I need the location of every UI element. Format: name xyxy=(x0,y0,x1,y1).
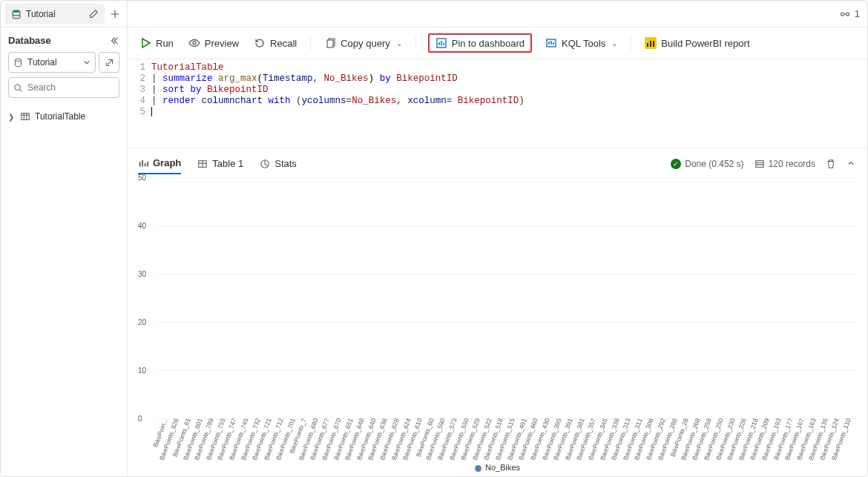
connections-icon[interactable] xyxy=(840,9,850,19)
sidebar: Tutorial Database xyxy=(1,1,128,476)
y-tick: 50 xyxy=(138,174,146,182)
svg-point-2 xyxy=(15,85,20,90)
query-tabstrip: Tutorial xyxy=(1,1,127,27)
svg-point-4 xyxy=(841,12,844,15)
line-gutter: 1 2 3 4 5 xyxy=(128,62,151,125)
add-tab-button[interactable] xyxy=(105,4,125,24)
y-tick: 30 xyxy=(138,270,146,278)
play-icon xyxy=(139,37,151,49)
result-tabs: Graph Table 1 Stats ✓ Done (0.452 s) 120… xyxy=(128,148,867,174)
svg-point-0 xyxy=(13,10,20,13)
tree-item-label: TutorialTable xyxy=(35,111,85,122)
tab-table[interactable]: Table 1 xyxy=(197,154,243,174)
search-field[interactable] xyxy=(27,82,139,93)
svg-rect-3 xyxy=(22,114,30,120)
collapse-sidebar-button[interactable] xyxy=(109,36,119,46)
database-select-value: Tutorial xyxy=(27,57,57,68)
toolbar-divider xyxy=(631,36,631,50)
pin-to-dashboard-button[interactable]: Pin to dashboard xyxy=(428,33,532,53)
copy-query-button[interactable]: Copy query ⌄ xyxy=(323,34,403,52)
y-tick: 0 xyxy=(138,415,142,423)
chevron-down-icon: ⌄ xyxy=(396,39,402,47)
eye-icon xyxy=(188,37,200,49)
query-tab-tutorial[interactable]: Tutorial xyxy=(5,4,105,24)
recall-button[interactable]: Recall xyxy=(252,34,298,52)
database-icon xyxy=(13,58,23,68)
y-tick: 10 xyxy=(138,366,146,375)
status-success-icon: ✓ xyxy=(671,159,681,169)
pencil-icon[interactable] xyxy=(88,9,99,19)
open-external-button[interactable] xyxy=(99,52,119,73)
chart-legend: No_Bikes xyxy=(138,461,857,476)
query-tab-label: Tutorial xyxy=(26,9,84,19)
kql-tools-button[interactable]: KQL Tools ⌄ xyxy=(544,34,619,52)
toolbar-divider xyxy=(310,36,311,50)
powerbi-icon xyxy=(645,37,657,49)
status-done-text: Done (0.452 s) xyxy=(685,159,743,169)
chevron-right-icon: ❯ xyxy=(8,113,16,121)
database-select[interactable]: Tutorial xyxy=(8,52,96,73)
recall-icon xyxy=(254,37,266,49)
chevron-down-icon xyxy=(83,59,91,66)
code-body[interactable]: TutorialTable| summarize arg_max(Timesta… xyxy=(151,62,867,125)
svg-rect-7 xyxy=(327,40,333,47)
svg-point-6 xyxy=(193,42,196,45)
pbi-label: Build PowerBI report xyxy=(661,38,749,49)
tab-table-label: Table 1 xyxy=(212,158,243,169)
run-button[interactable]: Run xyxy=(138,34,175,52)
copy-icon xyxy=(324,37,336,49)
chevron-down-icon: ⌄ xyxy=(611,39,617,47)
preview-label: Preview xyxy=(205,38,239,49)
legend-label: No_Bikes xyxy=(485,463,520,472)
connections-count: 1 xyxy=(855,8,860,19)
toolbar: Run Preview Recall Copy query ⌄ xyxy=(128,27,867,59)
tab-stats[interactable]: Stats xyxy=(260,154,297,174)
tab-graph[interactable]: Graph xyxy=(138,153,181,174)
main-panel: 1 Run Preview Recall C xyxy=(128,1,867,476)
code-editor[interactable]: 1 2 3 4 5 TutorialTable| summarize arg_m… xyxy=(128,59,867,148)
search-icon xyxy=(13,83,23,93)
recall-label: Recall xyxy=(270,38,297,49)
build-powerbi-button[interactable]: Build PowerBI report xyxy=(643,34,751,52)
kql-icon xyxy=(545,37,557,49)
sidebar-title: Database xyxy=(8,35,51,46)
dashboard-icon xyxy=(435,37,447,49)
status-records-text: 120 records xyxy=(769,159,815,169)
records-icon xyxy=(754,159,765,169)
toolbar-divider xyxy=(415,36,416,50)
svg-point-5 xyxy=(846,12,849,15)
pin-label: Pin to dashboard xyxy=(452,38,525,49)
svg-point-1 xyxy=(15,59,21,61)
kql-label: KQL Tools xyxy=(562,38,605,49)
tree-item-tutorialtable[interactable]: ❯ TutorialTable xyxy=(8,107,119,126)
search-input[interactable] xyxy=(8,77,119,98)
table-icon xyxy=(20,111,30,122)
tab-stats-label: Stats xyxy=(274,158,297,169)
copy-label: Copy query xyxy=(341,38,389,49)
chart: 01020304050 BikePoin...BikePoints_826Bik… xyxy=(128,174,867,476)
tab-graph-label: Graph xyxy=(153,157,181,168)
svg-rect-12 xyxy=(755,160,763,167)
y-tick: 40 xyxy=(138,222,146,230)
y-tick: 20 xyxy=(138,318,146,326)
legend-swatch xyxy=(475,465,481,472)
delete-button[interactable] xyxy=(826,159,836,169)
expand-button[interactable] xyxy=(846,159,857,169)
preview-button[interactable]: Preview xyxy=(187,34,240,52)
run-label: Run xyxy=(156,38,174,49)
database-icon xyxy=(11,9,22,19)
